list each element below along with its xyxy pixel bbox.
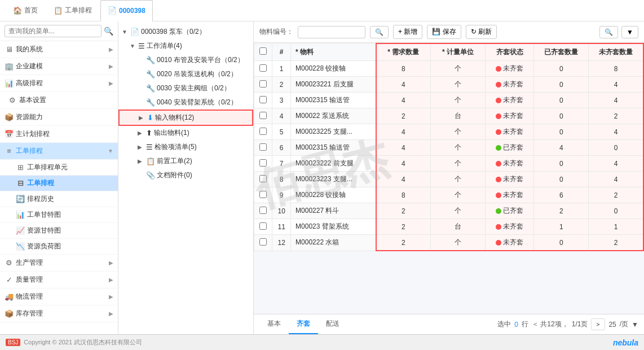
row-checkbox-1[interactable]	[259, 64, 267, 72]
select-all-checkbox[interactable]	[259, 47, 267, 55]
sidebar-item-workorder-gantt[interactable]: 📊 工单甘特图	[0, 207, 118, 223]
row-checkbox-6[interactable]	[259, 143, 267, 151]
cell-checkbox-4[interactable]	[254, 108, 272, 124]
tab-basic[interactable]: 基本	[259, 314, 289, 334]
tree-task-icon-0020: 🔧	[146, 70, 155, 78]
sidebar-label-unit: 工单排程单元	[27, 163, 68, 172]
cell-checkbox-12[interactable]	[254, 235, 272, 251]
cell-unit-6: 个	[431, 140, 486, 156]
new-button[interactable]: + 新增	[393, 25, 422, 39]
cell-unit-7: 个	[431, 156, 486, 172]
tree-node-check-list[interactable]: ▶ ☰ 检验项清单(5)	[118, 140, 253, 154]
tab-0000398-label: 0000398	[119, 7, 145, 15]
cell-checkbox-3[interactable]	[254, 93, 272, 108]
save-button[interactable]: 💾 保存	[427, 25, 461, 39]
cell-unit-3: 个	[431, 93, 486, 108]
header-unkitted-qty: 未齐套数量	[589, 43, 643, 61]
pagination: 选中 0 行 ＜ 共12项， 1/1页 ＞ 25 /页 ▼	[497, 318, 638, 330]
tab-workorder-0000398[interactable]: 📄 0000398	[100, 0, 153, 21]
tree-node-task-0030[interactable]: 🔧 0030 安装主阀组（0/2）	[118, 81, 253, 95]
cell-checkbox-6[interactable]	[254, 140, 272, 156]
sidebar-item-workorder-unit[interactable]: ⊞ 工单排程单元	[0, 160, 118, 176]
row-checkbox-9[interactable]	[259, 191, 267, 198]
sidebar-item-resource-load[interactable]: 📉 资源负荷图	[0, 239, 118, 255]
cell-checkbox-2[interactable]	[254, 77, 272, 93]
schedule-icon: 📋	[54, 6, 63, 15]
sidebar-item-master-schedule[interactable]: 📅 主计划排程	[0, 126, 118, 143]
row-checkbox-8[interactable]	[259, 175, 267, 182]
sidebar-item-schedule-history[interactable]: 🔄 排程历史	[0, 191, 118, 207]
cell-checkbox-5[interactable]	[254, 124, 272, 140]
status-dot-6	[496, 145, 501, 151]
tree-node-output-materials[interactable]: ▶ ⬆ 输出物料(1)	[118, 126, 253, 140]
sidebar-item-enterprise-model[interactable]: 🏢 企业建模 ▶	[0, 58, 118, 75]
cell-kit-status-10: 已齐套	[486, 203, 534, 219]
sidebar-label-advanced: 高级排程	[16, 78, 107, 88]
toolbar-filter[interactable]: ▼	[621, 26, 638, 38]
tree-arrow-input: ▶	[139, 115, 145, 121]
tree-node-task-0010[interactable]: 🔧 0010 布管及安装平台（0/2）	[118, 53, 253, 67]
sidebar-item-workorder-schedule-sub[interactable]: ⊟ 工单排程	[0, 176, 118, 191]
header-seq: #	[272, 43, 291, 61]
tree-node-task-0040[interactable]: 🔧 0040 安装臂架系统（0/2）	[118, 95, 253, 110]
row-checkbox-4[interactable]	[259, 112, 267, 119]
tree-node-task-0020[interactable]: 🔧 0020 吊装泵送机构（0/2）	[118, 67, 253, 81]
status-dot-9	[496, 193, 501, 198]
sidebar-item-production-mgmt[interactable]: ⚙ 生产管理 ▶	[0, 255, 118, 272]
tree-node-root[interactable]: ▼ 📄 0000398 泵车（0/2）	[118, 25, 253, 39]
tab-home[interactable]: 🏠 首页	[6, 0, 45, 21]
cell-seq-4: 4	[272, 108, 291, 124]
search-button[interactable]: 🔍	[104, 27, 113, 36]
sidebar-item-logistics-mgmt[interactable]: 🚚 物流管理 ▶	[0, 288, 118, 305]
cell-checkbox-8[interactable]	[254, 172, 272, 187]
history-icon: 🔄	[16, 195, 25, 203]
sidebar-item-advanced-schedule[interactable]: 📊 高级排程 ▶	[0, 75, 118, 92]
row-checkbox-7[interactable]	[259, 159, 267, 167]
tree-node-doc-attachments[interactable]: 📎 文档附件(0)	[118, 168, 253, 182]
cell-kitted-qty-2: 0	[534, 77, 589, 93]
row-checkbox-5[interactable]	[259, 128, 267, 135]
tab-delivery[interactable]: 配送	[318, 314, 347, 334]
row-checkbox-3[interactable]	[259, 96, 267, 103]
production-icon: ⚙	[5, 259, 14, 267]
toolbar-search-right[interactable]: 🔍	[599, 26, 618, 38]
cell-demand-qty-1: 8	[376, 61, 431, 77]
sidebar-item-workorder-schedule[interactable]: ≡ 工单排程 ▼	[0, 143, 118, 160]
tab-workorder-schedule[interactable]: 📋 工单排程	[46, 0, 99, 21]
refresh-button[interactable]: ↻ 刷新	[466, 25, 497, 39]
cell-kitted-qty-3: 0	[534, 93, 589, 108]
cell-checkbox-10[interactable]	[254, 203, 272, 219]
materials-table: # * 物料 * 需求数量 * 计量单位 齐套状态 已齐套数量 未齐套数量 1 …	[254, 43, 644, 251]
sidebar-item-inventory-mgmt[interactable]: 📦 库存管理 ▶	[0, 305, 118, 322]
cell-kit-status-5: 未齐套	[486, 124, 534, 140]
sidebar-item-my-system[interactable]: 🖥 我的系统 ▶	[0, 41, 118, 58]
cell-material-5: M00023225 支腿...	[291, 124, 376, 140]
sidebar-label-production: 生产管理	[16, 258, 107, 268]
cell-material-1: M000228 铰接轴	[291, 61, 376, 77]
search-material-button[interactable]: 🔍	[370, 26, 389, 38]
row-checkbox-2[interactable]	[259, 80, 267, 88]
row-checkbox-12[interactable]	[259, 238, 267, 246]
cell-unit-10: 个	[431, 203, 486, 219]
sidebar-item-quality-mgmt[interactable]: ✓ 质量管理 ▶	[0, 272, 118, 288]
tree-node-pre-work[interactable]: ▶ 📋 前置工单(2)	[118, 154, 253, 168]
material-code-input[interactable]	[298, 26, 365, 38]
arrow-icon-2: ▶	[109, 63, 113, 69]
sidebar-item-basic-settings[interactable]: ⚙ 基本设置	[0, 92, 118, 109]
row-checkbox-10[interactable]	[259, 207, 267, 214]
tree-label-worklist: 工作清单(4)	[147, 41, 250, 51]
sidebar-item-resource-capacity[interactable]: 📦 资源能力	[0, 109, 118, 126]
cell-checkbox-1[interactable]	[254, 61, 272, 77]
tree-node-input-materials[interactable]: ▶ ⬇ 输入物料(12)	[118, 110, 253, 126]
tree-node-work-list[interactable]: ▼ ☰ 工作清单(4)	[118, 39, 253, 53]
cell-unit-11: 台	[431, 219, 486, 235]
cell-unkitted-qty-10: 0	[589, 203, 643, 219]
search-input[interactable]	[5, 25, 102, 37]
tab-kitting[interactable]: 齐套	[289, 314, 318, 334]
sidebar-item-resource-gantt[interactable]: 📈 资源甘特图	[0, 223, 118, 239]
cell-checkbox-9[interactable]	[254, 187, 272, 203]
cell-checkbox-11[interactable]	[254, 219, 272, 235]
page-next[interactable]: ＞	[591, 318, 605, 330]
cell-checkbox-7[interactable]	[254, 156, 272, 172]
row-checkbox-11[interactable]	[259, 222, 267, 230]
